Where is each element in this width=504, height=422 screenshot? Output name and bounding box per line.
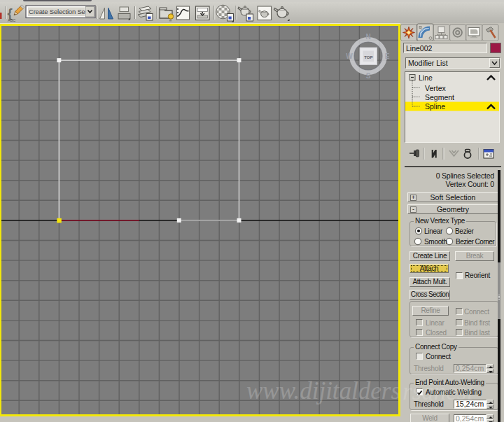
svg-text:Segment: Segment	[425, 93, 454, 101]
svg-text:Line: Line	[419, 73, 433, 82]
svg-text:E: E	[385, 52, 390, 60]
svg-text:Smooth: Smooth	[424, 238, 447, 246]
svg-text:www.dijitaldersa: www.dijitaldersa	[246, 377, 398, 405]
svg-text:W: W	[346, 52, 353, 60]
svg-text:ABC: ABC	[8, 18, 15, 22]
svg-text:TOP: TOP	[364, 55, 372, 59]
svg-text:N: N	[365, 33, 370, 41]
svg-text:Linear: Linear	[424, 227, 443, 235]
svg-text:S: S	[366, 72, 371, 80]
svg-text:Bezier Corner: Bezier Corner	[456, 238, 495, 246]
svg-text:Spline: Spline	[425, 102, 445, 111]
svg-text:Create Selection Se: Create Selection Se	[29, 8, 85, 15]
svg-text:Bezier: Bezier	[455, 227, 475, 235]
svg-text:Vertex: Vertex	[425, 84, 447, 92]
